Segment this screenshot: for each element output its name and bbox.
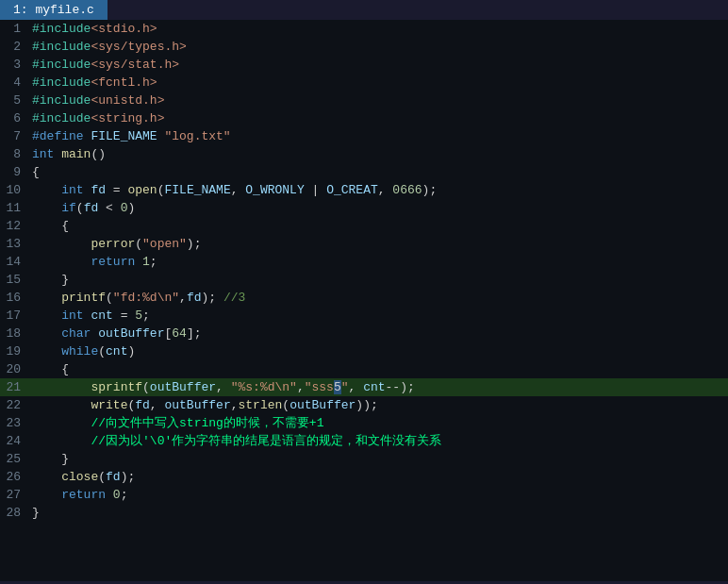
code-line-6: 6 #include<string.h> — [0, 109, 728, 127]
code-line-4: 4 #include<fcntl.h> — [0, 74, 728, 92]
code-line-1: 1 #include<stdio.h> — [0, 20, 728, 38]
code-line-14: 14 return 1; — [0, 253, 728, 271]
code-line-8: 8 int main() — [0, 145, 728, 163]
code-line-21: 21 sprintf(outBuffer, "%s:%d\n","sss5", … — [0, 378, 728, 396]
code-line-20: 20 { — [0, 360, 728, 378]
code-line-18: 18 char outBuffer[64]; — [0, 325, 728, 342]
file-tab[interactable]: 1: myfile.c — [0, 0, 108, 20]
code-line-19: 19 while(cnt) — [0, 342, 728, 360]
code-line-7: 7 #define FILE_NAME "log.txt" — [0, 127, 728, 145]
code-line-11: 11 if(fd < 0) — [0, 199, 728, 217]
code-editor: 1 #include<stdio.h> 2 #include<sys/types… — [0, 20, 728, 581]
code-line-16: 16 printf("fd:%d\n",fd); //3 — [0, 289, 728, 307]
code-line-25: 25 } — [0, 450, 728, 468]
code-line-10: 10 int fd = open(FILE_NAME, O_WRONLY | O… — [0, 181, 728, 199]
code-line-17: 17 int cnt = 5; — [0, 307, 728, 325]
code-line-28: 28 } — [0, 504, 728, 522]
code-line-13: 13 perror("open"); — [0, 235, 728, 253]
code-line-9: 9 { — [0, 163, 728, 181]
code-line-26: 26 close(fd); — [0, 468, 728, 486]
code-line-22: 22 write(fd, outBuffer,strlen(outBuffer)… — [0, 396, 728, 414]
code-line-2: 2 #include<sys/types.h> — [0, 38, 728, 56]
code-line-23: 23 //向文件中写入string的时候，不需要+1 — [0, 414, 728, 432]
code-line-5: 5 #include<unistd.h> — [0, 92, 728, 109]
code-line-24: 24 //因为以'\0'作为字符串的结尾是语言的规定，和文件没有关系 — [0, 432, 728, 450]
code-line-3: 3 #include<sys/stat.h> — [0, 56, 728, 74]
code-line-27: 27 return 0; — [0, 486, 728, 504]
code-line-12: 12 { — [0, 217, 728, 235]
code-line-15: 15 } — [0, 271, 728, 289]
